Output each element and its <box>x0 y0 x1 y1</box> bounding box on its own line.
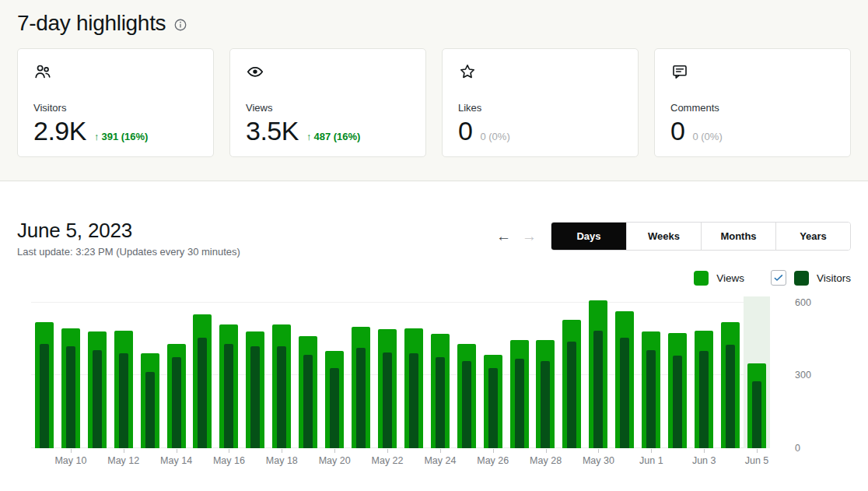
visitors-bar[interactable] <box>198 338 207 448</box>
x-tick <box>757 449 758 453</box>
traffic-section: June 5, 2023 Last update: 3:23 PM (Updat… <box>0 181 868 470</box>
x-tick-label: May 12 <box>107 455 139 466</box>
highlights-title-row: 7-day highlights <box>17 11 851 36</box>
visitors-bar[interactable] <box>383 352 392 448</box>
card-value: 2.9K <box>33 117 86 144</box>
bar-group-may-26[interactable] <box>480 296 506 448</box>
visitors-bar[interactable] <box>224 344 233 448</box>
highlight-card-comments[interactable]: Comments00 (0%) <box>654 48 851 157</box>
bar-group-may-24[interactable] <box>427 296 453 448</box>
bar-group-jun-2[interactable] <box>664 296 691 448</box>
visitors-bar[interactable] <box>488 368 498 448</box>
tab-years[interactable]: Years <box>775 223 850 250</box>
card-trend: ↑391 (16%) <box>94 131 148 142</box>
visitors-bar[interactable] <box>752 381 761 448</box>
bar-group-may-11[interactable] <box>84 296 110 448</box>
bar-group-jun-5[interactable] <box>744 296 770 448</box>
bar-group-may-21[interactable] <box>348 296 374 448</box>
next-period-arrow-icon[interactable]: → <box>522 229 537 244</box>
tab-months[interactable]: Months <box>701 223 775 250</box>
visitors-bar[interactable] <box>93 350 102 448</box>
x-tick-label: May 24 <box>424 455 456 466</box>
bar-group-may-27[interactable] <box>506 296 533 448</box>
bar-group-may-31[interactable] <box>611 296 638 448</box>
interval-tabs: DaysWeeksMonthsYears <box>551 222 851 251</box>
x-tick <box>493 449 494 453</box>
views-legend-swatch <box>694 271 709 286</box>
views-icon <box>246 62 410 81</box>
visitors-bar[interactable] <box>726 345 735 448</box>
visitors-bar[interactable] <box>699 351 709 448</box>
highlight-card-visitors[interactable]: Visitors2.9K↑391 (16%) <box>17 48 214 157</box>
bar-group-may-13[interactable] <box>137 296 163 448</box>
bar-chart: May 10May 12May 14May 16May 18May 20May … <box>17 296 851 470</box>
x-tick-label: Jun 3 <box>692 455 716 466</box>
x-tick-label: May 18 <box>266 455 298 466</box>
chart-x-axis: May 10May 12May 14May 16May 18May 20May … <box>31 448 770 470</box>
visitors-bar[interactable] <box>172 357 181 448</box>
trend-up-arrow-icon: ↑ <box>94 131 100 142</box>
x-tick-label: May 14 <box>160 455 192 466</box>
tab-weeks[interactable]: Weeks <box>626 223 701 250</box>
x-tick <box>546 449 547 453</box>
bar-group-may-25[interactable] <box>453 296 480 448</box>
bar-group-may-17[interactable] <box>242 296 268 448</box>
highlight-card-likes[interactable]: Likes00 (0%) <box>442 48 639 157</box>
visitors-bar[interactable] <box>330 368 339 448</box>
highlight-cards: Visitors2.9K↑391 (16%)Views3.5K↑487 (16%… <box>17 48 851 157</box>
info-icon[interactable] <box>173 18 187 32</box>
bar-group-may-19[interactable] <box>295 296 321 448</box>
visitors-bar[interactable] <box>646 350 656 448</box>
visitors-icon <box>33 62 198 81</box>
bar-group-may-16[interactable] <box>215 296 242 448</box>
previous-period-arrow-icon[interactable]: ← <box>496 229 511 244</box>
x-tick <box>177 449 177 453</box>
bar-group-may-30[interactable] <box>585 296 611 448</box>
x-tick-label: May 30 <box>583 455 614 466</box>
visitors-bar[interactable] <box>145 372 155 448</box>
visitors-bar[interactable] <box>593 331 603 448</box>
visitors-bar[interactable] <box>250 346 260 448</box>
bar-group-may-28[interactable] <box>533 296 559 448</box>
visitors-bar[interactable] <box>462 361 471 448</box>
x-tick-label: May 22 <box>372 455 404 466</box>
card-label: Comments <box>670 102 835 114</box>
visitors-bar[interactable] <box>277 346 286 448</box>
x-tick-label: May 20 <box>319 455 351 466</box>
bar-group-may-10[interactable] <box>58 296 84 448</box>
bar-group-may-18[interactable] <box>268 296 295 448</box>
visitors-bar[interactable] <box>303 355 313 448</box>
bar-group-may-12[interactable] <box>110 296 137 448</box>
bar-group-may-29[interactable] <box>558 296 585 448</box>
bar-group-may-20[interactable] <box>321 296 348 448</box>
bar-group-may-9[interactable] <box>31 296 58 448</box>
visitors-bar[interactable] <box>356 348 366 448</box>
visitors-bar[interactable] <box>436 357 445 448</box>
visitors-bar[interactable] <box>66 346 75 448</box>
trend-up-arrow-icon: ↑ <box>306 131 312 142</box>
y-tick-label: 0 <box>795 443 800 454</box>
highlight-card-views[interactable]: Views3.5K↑487 (16%) <box>229 48 426 157</box>
bar-group-may-23[interactable] <box>401 296 427 448</box>
bar-group-jun-3[interactable] <box>691 296 717 448</box>
visitors-bar[interactable] <box>409 353 418 448</box>
bar-group-jun-4[interactable] <box>717 296 744 448</box>
visitors-bar[interactable] <box>515 359 524 448</box>
visitors-checkbox[interactable] <box>771 270 786 286</box>
tab-days[interactable]: Days <box>551 223 626 250</box>
card-trend: ↑487 (16%) <box>306 131 360 142</box>
visitors-bar[interactable] <box>620 338 629 448</box>
period-controls: ← → DaysWeeksMonthsYears <box>496 222 851 251</box>
visitors-legend-label: Visitors <box>817 272 851 284</box>
visitors-bar[interactable] <box>119 353 128 448</box>
chart-plot-column: May 10May 12May 14May 16May 18May 20May … <box>31 296 770 470</box>
bar-group-may-22[interactable] <box>374 296 401 448</box>
visitors-bar[interactable] <box>673 356 682 448</box>
visitors-bar[interactable] <box>567 342 576 448</box>
bar-group-may-14[interactable] <box>163 296 190 448</box>
visitors-bar[interactable] <box>40 344 49 448</box>
bar-group-jun-1[interactable] <box>638 296 664 448</box>
bar-group-may-15[interactable] <box>190 296 216 448</box>
visitors-bar[interactable] <box>541 361 550 448</box>
likes-icon <box>458 62 622 81</box>
